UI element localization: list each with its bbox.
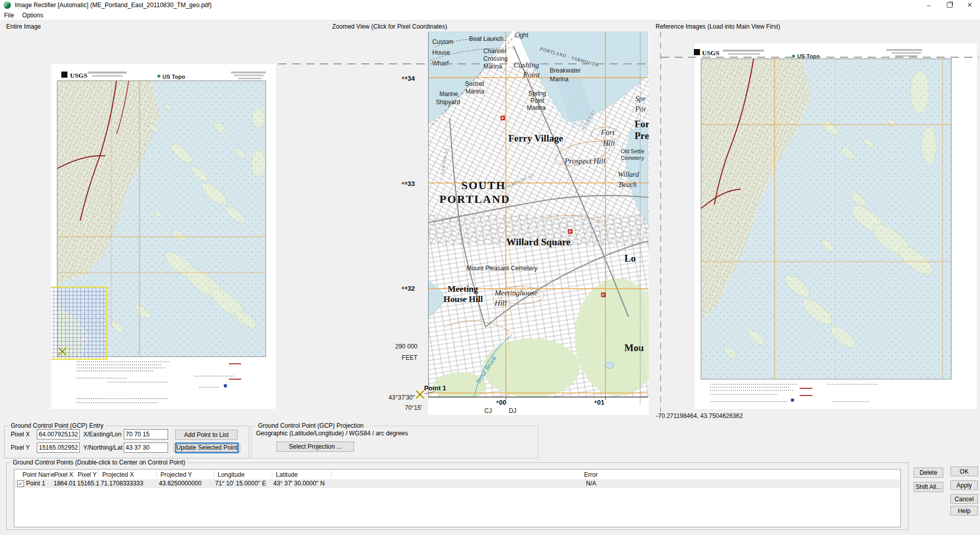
map-label: House Hill bbox=[444, 294, 483, 304]
map-label: Hill bbox=[494, 299, 506, 307]
col-pixel-y[interactable]: Pixel Y bbox=[78, 471, 97, 478]
x-easting-lon-label: X/Easting/Lon bbox=[83, 431, 122, 438]
y-northing-lat-field[interactable] bbox=[124, 443, 168, 453]
map-label: USGS bbox=[70, 72, 87, 79]
map-label: Boat Launch bbox=[469, 35, 503, 42]
cell-projected-y: 43.6250000000 bbox=[159, 480, 201, 487]
zoomed-view-map[interactable]: FFF CustomHouseWharfBoat LaunchLightPORT… bbox=[389, 32, 662, 415]
cell-pixel-x: 1864.01 bbox=[54, 480, 76, 487]
col-longitude[interactable]: Longitude bbox=[218, 471, 245, 478]
cell-projected-x: 71.1708333333 bbox=[101, 480, 143, 487]
facility-marker-label: F bbox=[569, 229, 572, 234]
map-label: USGS bbox=[702, 49, 719, 57]
map-label: Cemetery bbox=[621, 155, 644, 161]
pixel-x-field[interactable] bbox=[37, 429, 80, 439]
map-label: House bbox=[432, 49, 450, 56]
map-label: Point bbox=[530, 97, 545, 104]
map-label: Lo bbox=[624, 253, 636, 264]
map-label: CJ bbox=[484, 407, 492, 414]
map-label: US Topo bbox=[162, 74, 185, 80]
map-label: 70°15' bbox=[405, 404, 422, 411]
map-label: ⁴00 bbox=[496, 399, 506, 406]
col-latitude[interactable]: Latitude bbox=[276, 471, 298, 478]
delete-button[interactable]: Delete bbox=[914, 468, 943, 478]
map-label: ⁴⁸34 bbox=[401, 75, 415, 82]
cancel-button[interactable]: Cancel bbox=[950, 494, 978, 504]
shift-all-button[interactable]: Shift All... bbox=[914, 482, 943, 492]
y-northing-lat-label: Y/Northing/Lat bbox=[83, 444, 123, 451]
map-label: Hill bbox=[602, 139, 615, 147]
map-label: Mount Pleasant Cemetery bbox=[466, 265, 538, 272]
map-label: US Topo bbox=[797, 53, 820, 59]
map-label: SOUTH bbox=[461, 179, 506, 192]
map-label: DJ bbox=[509, 407, 517, 414]
gcp-entry-group: Ground Control Point (GCP) Entry Pixel X… bbox=[4, 426, 249, 458]
ok-button[interactable]: OK bbox=[950, 467, 978, 476]
cell-latitude: 43° 37' 30.0000'' N bbox=[273, 480, 324, 487]
map-label: Custom bbox=[432, 38, 453, 45]
cell-error: N/A bbox=[586, 480, 596, 487]
cell-point-name: Point 1 bbox=[26, 480, 45, 487]
row-checkbox[interactable]: ✓ bbox=[17, 480, 24, 487]
map-label: 290 000 bbox=[395, 343, 418, 350]
entire-image-view[interactable]: USGSUS Topo bbox=[46, 64, 276, 409]
col-projected-y[interactable]: Projected Y bbox=[160, 471, 192, 478]
map-label: Light bbox=[515, 32, 529, 39]
map-label: Channel bbox=[483, 48, 506, 55]
map-label: Cushing bbox=[514, 61, 540, 69]
map-label: Mou bbox=[624, 342, 644, 353]
map-label: Beach bbox=[619, 181, 637, 189]
col-error[interactable]: Error bbox=[584, 471, 598, 478]
pixel-x-label: Pixel X bbox=[11, 431, 30, 438]
cell-longitude: 71° 10' 15.0000'' E bbox=[215, 480, 266, 487]
map-label: 43°37'30" bbox=[389, 394, 415, 401]
map-label: FEET bbox=[402, 354, 417, 361]
map-label: Breakwater bbox=[550, 67, 581, 74]
gcp-table-row[interactable]: ✓ Point 1 1864.01 15165.1 71.1708333333 … bbox=[15, 479, 900, 488]
gcp-points-group: Ground Control Points (Double-click to C… bbox=[6, 462, 908, 530]
facility-marker-label: F bbox=[502, 116, 504, 121]
map-label: Marina bbox=[550, 76, 569, 83]
reference-image-view[interactable]: USGSUS Topo bbox=[694, 43, 977, 409]
update-point-button[interactable]: Update Selected Point bbox=[175, 443, 239, 453]
map-label: ⁴01 bbox=[594, 399, 604, 406]
map-label: Prospect Hill bbox=[564, 157, 605, 165]
map-label: Willard bbox=[618, 171, 639, 178]
pixel-y-field[interactable] bbox=[37, 443, 80, 453]
map-label: Pre bbox=[635, 130, 649, 141]
gcp-points-table[interactable]: Point Name Pixel X Pixel Y Projected X P… bbox=[14, 469, 901, 527]
gcp-marker-point1[interactable] bbox=[416, 390, 424, 399]
col-pixel-x[interactable]: Pixel X bbox=[54, 471, 73, 478]
map-label: PORTLAND bbox=[439, 193, 510, 205]
map-label: Marina bbox=[527, 104, 546, 111]
help-button[interactable]: Help bbox=[950, 506, 978, 516]
map-label: ⁴⁸32 bbox=[401, 285, 415, 292]
col-projected-x[interactable]: Projected X bbox=[102, 471, 134, 478]
map-label: Fort bbox=[600, 128, 615, 136]
map-label: For bbox=[635, 119, 650, 129]
cell-pixel-y: 15165.1 bbox=[77, 480, 99, 487]
projection-value: Geographic (Latitude/Longitude) / WGS84 … bbox=[256, 430, 408, 437]
add-point-button[interactable]: Add Point to List bbox=[175, 430, 238, 440]
image-rectifier-window: { "window": { "title": "Image Rectifier … bbox=[0, 0, 980, 535]
map-label: Ferry Village bbox=[508, 133, 563, 144]
select-projection-button[interactable]: Select Projection ... bbox=[276, 441, 354, 452]
map-label: Meetinghouse bbox=[494, 289, 538, 297]
apply-button[interactable]: Apply bbox=[950, 480, 978, 490]
map-label: Marina bbox=[465, 88, 484, 95]
gcp-projection-group-label: Ground Control Point (GCP) Projection bbox=[256, 422, 366, 429]
gcp-entry-group-label: Ground Control Point (GCP) Entry bbox=[9, 422, 105, 429]
map-label: Point bbox=[523, 71, 540, 79]
gcp-points-group-label: Ground Control Points (Double-click to C… bbox=[11, 459, 188, 466]
map-label: Meeting bbox=[448, 284, 478, 294]
map-label: Willard Square bbox=[506, 237, 570, 247]
map-label: Shipyard bbox=[436, 99, 460, 106]
zoom-selection-box[interactable] bbox=[46, 287, 107, 359]
gcp-projection-group: Ground Control Point (GCP) Projection Ge… bbox=[251, 426, 539, 458]
map-label: Crossing bbox=[483, 55, 507, 62]
map-label: Old Settle bbox=[621, 148, 644, 154]
map-label: Sunset bbox=[465, 80, 484, 87]
map-label: -70.271198464, 43.7504626362 bbox=[656, 412, 743, 420]
x-easting-lon-field[interactable] bbox=[124, 429, 168, 439]
map-label: Point 1 bbox=[424, 384, 446, 392]
